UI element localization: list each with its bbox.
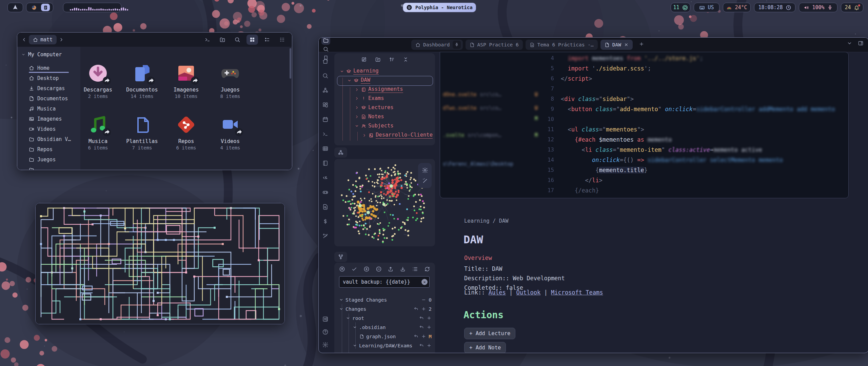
fm-sidebar-item-imagenes[interactable]: Imagenes xyxy=(29,114,80,124)
git-action-undo-icon[interactable] xyxy=(414,306,419,311)
location-breadcrumb[interactable]: matt xyxy=(29,35,57,44)
tree-item-subjects[interactable]: Subjects xyxy=(355,123,394,129)
ribbon-code-button[interactable] xyxy=(322,175,329,182)
git-row--obsidian[interactable]: .obsidian xyxy=(339,323,432,332)
fm-item-repos[interactable]: Repos 6 items xyxy=(164,115,208,150)
dock-item-text-editor[interactable] xyxy=(41,4,50,11)
header-folder-button[interactable] xyxy=(321,37,330,45)
chevron-icon[interactable] xyxy=(339,307,343,311)
tab-daw[interactable]: DAW xyxy=(600,40,633,50)
fm-item-juegos[interactable]: Juegos 8 items xyxy=(208,64,252,99)
git-row-staged-changes[interactable]: Staged Changes 0 xyxy=(339,295,432,304)
ribbon-vault-button[interactable] xyxy=(322,316,329,324)
tree-item-exams[interactable]: Exams xyxy=(355,95,384,101)
fm-tool-search[interactable] xyxy=(232,35,243,45)
chevron-icon[interactable] xyxy=(353,343,357,348)
chevron-right-icon[interactable] xyxy=(362,133,367,138)
open-file-row[interactable]: .sveltesrc\compon…M xyxy=(443,132,541,138)
tree-item-daw[interactable]: DAW xyxy=(347,77,370,84)
chevron-down-icon[interactable] xyxy=(347,78,352,83)
header-chevron-down-button[interactable] xyxy=(847,40,852,47)
git-row-root[interactable]: root xyxy=(339,313,432,323)
dock-item-firefox[interactable] xyxy=(29,4,38,11)
fm-tool-grid-view[interactable] xyxy=(246,35,258,45)
note-link-aules[interactable]: Aules xyxy=(489,289,506,296)
ribbon-gamepad-button[interactable] xyxy=(322,189,329,197)
fm-sidebar-item-desktop[interactable]: Desktop xyxy=(29,73,80,83)
fm-item-descargas[interactable]: Descargas 2 items xyxy=(76,64,120,99)
ribbon-search-button[interactable] xyxy=(322,73,329,80)
fm-sidebar-item-obsidianv[interactable]: Obsidian V… xyxy=(29,134,80,144)
open-file-row[interactable]: dTwo.sveltesrc\co…U xyxy=(443,105,541,111)
ribbon-home-button[interactable] xyxy=(322,58,329,66)
ribbon-table-button[interactable] xyxy=(322,145,329,153)
git-action-plus-icon[interactable] xyxy=(421,306,426,311)
git-action-plus-icon[interactable] xyxy=(421,334,426,339)
note-link-outlook[interactable]: Outlook xyxy=(516,289,541,296)
graph-settings-icon[interactable] xyxy=(422,167,428,174)
ribbon-dollar-button[interactable] xyxy=(322,218,329,226)
fm-sidebar-item-home[interactable]: Home xyxy=(29,63,80,73)
fm-tool-terminal[interactable] xyxy=(202,35,213,45)
tree-item-learning[interactable]: Learning xyxy=(340,68,379,75)
fm-item-plantillas[interactable]: Plantillas 7 items xyxy=(120,115,164,150)
git-action-minus-icon[interactable] xyxy=(421,297,426,302)
chevron-down-icon[interactable] xyxy=(355,124,359,128)
new-tab-button[interactable] xyxy=(639,41,644,48)
git-row-graph-json[interactable]: graph.json M xyxy=(339,332,432,341)
sidebar-root[interactable]: My Computer xyxy=(21,52,80,58)
graph-filter-wand-icon[interactable] xyxy=(422,178,428,184)
ribbon-settings-button[interactable] xyxy=(322,342,329,349)
chevron-icon[interactable] xyxy=(346,316,350,320)
fm-item-imagenes[interactable]: Imagenes 10 items xyxy=(164,64,208,99)
fm-tool-list-view[interactable] xyxy=(261,35,273,45)
ribbon-graph-button[interactable] xyxy=(322,87,329,95)
git-action-undo-icon[interactable] xyxy=(414,334,419,339)
ribbon-book-button[interactable] xyxy=(322,160,329,168)
ribbon-terminal-button[interactable] xyxy=(322,131,329,139)
fm-sidebar-item-repos[interactable]: Repos xyxy=(29,144,80,155)
git-row-changes[interactable]: Changes 2 xyxy=(339,304,432,313)
git-action-plus-icon[interactable] xyxy=(427,343,432,348)
fm-sidebar-item-hidden[interactable] xyxy=(29,165,80,170)
chevron-icon[interactable] xyxy=(339,298,343,302)
open-file-row[interactable]: dOne.sveltesrc\co…U xyxy=(443,92,541,98)
git-action-plus-icon[interactable] xyxy=(427,325,432,330)
fm-sidebar-item-descargas[interactable]: Descargas xyxy=(29,83,80,94)
ribbon-file-search-button[interactable] xyxy=(322,204,329,211)
note-breadcrumb[interactable]: Learning / DAW xyxy=(464,218,509,224)
tree-item-lectures[interactable]: Lectures xyxy=(355,104,394,110)
graph-view-tab[interactable] xyxy=(334,147,347,158)
tab-asp-practice-6[interactable]: ASP Practice 6 xyxy=(466,40,523,50)
chevron-right-icon[interactable] xyxy=(355,115,359,119)
tab-dashboard[interactable]: Dashboard xyxy=(411,40,463,50)
tray-updates[interactable]: 11 xyxy=(671,3,690,12)
fm-sidebar-item-videos[interactable]: Videos xyxy=(29,124,80,134)
git-row-learning-daw-exams[interactable]: Learning/DAW/Exams xyxy=(339,341,432,350)
back-button[interactable] xyxy=(21,37,27,42)
chevron-right-icon[interactable] xyxy=(355,87,359,92)
chevron-down-icon[interactable] xyxy=(340,69,344,74)
git-action-plus-icon[interactable] xyxy=(427,316,432,321)
tray-clock[interactable]: 18:08:28 xyxy=(754,3,795,12)
ribbon-calendar-button[interactable] xyxy=(322,116,329,124)
note-button--add-lecture[interactable]: + Add Lecture xyxy=(464,328,515,339)
git-action-undo-icon[interactable] xyxy=(419,316,424,321)
tray-volume[interactable]: 100% xyxy=(799,3,837,12)
chevron-right-icon[interactable] xyxy=(355,96,359,101)
fm-sidebar-item-documentos[interactable]: Documentos xyxy=(29,94,80,104)
fm-sidebar-item-juegos[interactable]: Juegos xyxy=(29,155,80,165)
git-action-undo-icon[interactable] xyxy=(419,343,424,348)
header-sidebar-right-button[interactable] xyxy=(858,40,864,47)
media-pill[interactable]: Polyphia - Neurotica xyxy=(403,3,476,12)
git-view-tab[interactable] xyxy=(334,252,347,262)
ribbon-help-button[interactable] xyxy=(322,329,329,337)
forward-button[interactable] xyxy=(59,37,64,42)
ribbon-tools-button[interactable] xyxy=(322,233,329,241)
tray-weather[interactable]: 24°C xyxy=(723,3,751,12)
fm-item-documentos[interactable]: Documentos 14 items xyxy=(120,64,164,99)
launcher-button[interactable] xyxy=(7,3,23,12)
note-button--add-note[interactable]: + Add Note xyxy=(464,342,506,353)
scrollbar-thumb[interactable] xyxy=(290,48,291,79)
tray-notifications[interactable]: 24 xyxy=(841,3,863,12)
